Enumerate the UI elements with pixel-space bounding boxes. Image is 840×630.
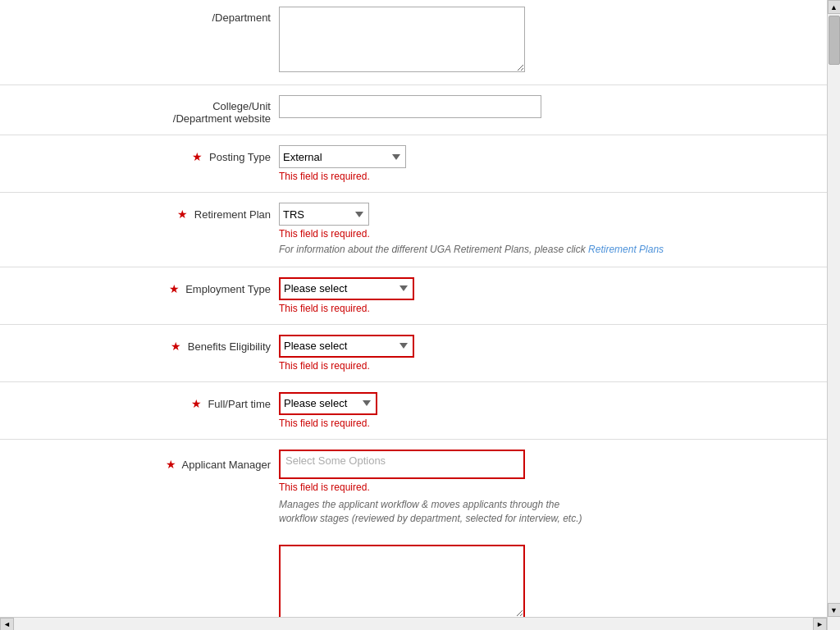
bottom-textarea-label-cell [0, 545, 279, 550]
applicant-manager-control: Select Some Options This field is requir… [279, 450, 827, 526]
college-website-label-cell: College/Unit /Department website [0, 95, 279, 125]
benefits-eligibility-label-cell: ★ Benefits Eligibility [0, 335, 279, 353]
divider-3 [0, 192, 827, 193]
retirement-plan-error: This field is required. [279, 228, 827, 240]
full-part-time-row: ★ Full/Part time Please select Full Time… [0, 386, 827, 436]
scroll-down-button[interactable]: ▼ [828, 603, 841, 617]
employment-type-error: This field is required. [279, 303, 827, 314]
retirement-plans-link[interactable]: Retirement Plans [588, 244, 664, 255]
retirement-plan-label-cell: ★ Retirement Plan [0, 203, 279, 221]
form-content: /Department College/Unit /Department web… [0, 0, 840, 630]
retirement-plan-control: TRS ORP GSEPS This field is required. Fo… [279, 203, 827, 257]
employment-type-select[interactable]: Please select Full Time Part Time Tempor… [279, 277, 414, 300]
posting-type-select[interactable]: External Internal Both [279, 145, 406, 168]
hscroll-right-arrow: ► [816, 620, 824, 628]
benefits-eligibility-select[interactable]: Please select Yes No [279, 335, 414, 358]
hscroll-left-arrow: ◄ [3, 620, 11, 628]
posting-type-label-cell: ★ Posting Type [0, 145, 279, 163]
applicant-manager-desc: Manages the applicant workflow & moves a… [279, 498, 599, 526]
department-row: /Department [0, 0, 827, 81]
applicant-manager-label-cell: ★ Applicant Manager [0, 450, 279, 471]
applicant-manager-label: Applicant Manager [182, 459, 271, 471]
applicant-manager-multiselect[interactable]: Select Some Options [279, 450, 525, 479]
posting-type-row: ★ Posting Type External Internal Both Th… [0, 139, 827, 189]
hscroll-left-button[interactable]: ◄ [0, 618, 14, 631]
full-part-time-required-star: ★ [191, 397, 202, 410]
full-part-time-control: Please select Full Time Part Time This f… [279, 392, 827, 429]
divider-2 [0, 135, 827, 135]
posting-type-label: Posting Type [209, 151, 271, 163]
employment-type-label: Employment Type [185, 283, 271, 295]
full-part-time-error: This field is required. [279, 418, 827, 429]
applicant-manager-placeholder: Select Some Options [285, 454, 386, 467]
hscroll-right-button[interactable]: ► [813, 618, 827, 631]
full-part-time-label-cell: ★ Full/Part time [0, 392, 279, 410]
benefits-eligibility-control: Please select Yes No This field is requi… [279, 335, 827, 372]
full-part-time-select[interactable]: Please select Full Time Part Time [279, 392, 377, 415]
employment-type-required-star: ★ [169, 282, 180, 295]
page-wrapper: /Department College/Unit /Department web… [0, 0, 840, 630]
divider-1 [0, 84, 827, 85]
employment-type-control: Please select Full Time Part Time Tempor… [279, 277, 827, 314]
divider-5 [0, 324, 827, 325]
retirement-plan-desc: For information about the different UGA … [279, 243, 827, 257]
bottom-textarea[interactable] [279, 545, 525, 619]
benefits-eligibility-required-star: ★ [171, 340, 181, 353]
divider-4 [0, 267, 827, 267]
retirement-plan-row: ★ Retirement Plan TRS ORP GSEPS This fie… [0, 196, 827, 263]
department-label: /Department [212, 11, 271, 24]
applicant-manager-row: ★ Applicant Manager Select Some Options … [0, 443, 827, 532]
posting-type-control: External Internal Both This field is req… [279, 145, 827, 182]
divider-6 [0, 381, 827, 382]
bottom-textarea-control [279, 545, 827, 621]
benefits-eligibility-row: ★ Benefits Eligibility Please select Yes… [0, 328, 827, 378]
department-label-cell: /Department [0, 7, 279, 24]
scroll-up-button[interactable]: ▲ [828, 0, 841, 14]
retirement-plan-select[interactable]: TRS ORP GSEPS [279, 203, 369, 226]
benefits-eligibility-label: Benefits Eligibility [188, 340, 271, 353]
college-website-control [279, 95, 827, 118]
full-part-time-label: Full/Part time [208, 398, 271, 410]
college-website-input[interactable] [279, 95, 541, 118]
retirement-info-text: For information about the different UGA … [279, 244, 586, 255]
scroll-up-arrow: ▲ [830, 3, 838, 11]
vertical-scrollbar[interactable]: ▲ ▼ [827, 0, 840, 630]
hscroll-track [14, 618, 813, 630]
department-textarea[interactable] [279, 7, 525, 72]
scroll-down-arrow: ▼ [830, 606, 838, 614]
retirement-plan-label: Retirement Plan [194, 208, 271, 221]
posting-type-error: This field is required. [279, 171, 827, 182]
divider-7 [0, 439, 827, 440]
college-unit-label: College/Unit [212, 100, 271, 112]
scroll-thumb[interactable] [829, 16, 840, 65]
bottom-textarea-row [0, 538, 827, 628]
applicant-manager-required-star: ★ [166, 458, 176, 471]
posting-type-required-star: ★ [192, 150, 203, 163]
employment-type-label-cell: ★ Employment Type [0, 277, 279, 295]
college-website-row: College/Unit /Department website [0, 89, 827, 131]
college-dept-website-label: /Department website [173, 112, 271, 125]
applicant-manager-error: This field is required. [279, 482, 827, 493]
department-control [279, 7, 827, 75]
horizontal-scrollbar[interactable]: ◄ ► [0, 617, 827, 630]
benefits-eligibility-error: This field is required. [279, 360, 827, 372]
retirement-plan-required-star: ★ [177, 208, 188, 221]
employment-type-row: ★ Employment Type Please select Full Tim… [0, 271, 827, 321]
